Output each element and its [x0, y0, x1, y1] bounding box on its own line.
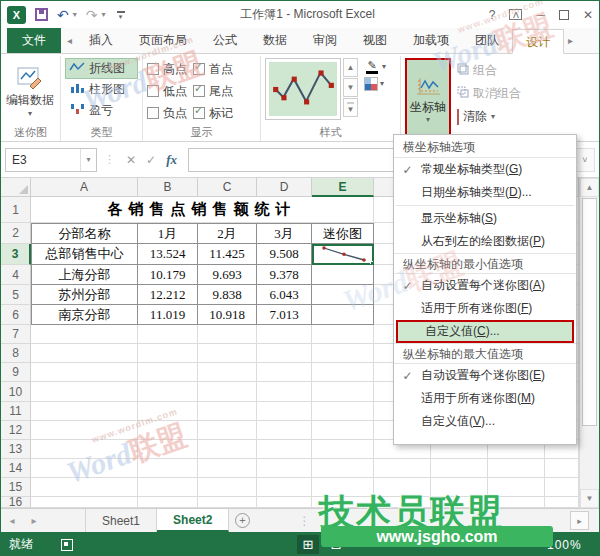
cell[interactable] — [257, 497, 312, 508]
cell[interactable] — [198, 440, 257, 459]
cell[interactable] — [138, 325, 198, 344]
ribbon-tab-7[interactable]: 视图 — [350, 28, 400, 53]
scrollbar-thumb[interactable] — [582, 198, 597, 426]
cell[interactable] — [138, 440, 198, 459]
cell[interactable] — [257, 478, 312, 497]
ribbon-tab-9[interactable]: 团队 — [462, 28, 512, 53]
hscroll-right-icon[interactable]: ▸ — [570, 511, 589, 530]
menu-item-0-2[interactable]: 显示坐标轴(S) — [394, 207, 576, 230]
scroll-down-icon[interactable]: ▼ — [580, 489, 599, 508]
cell[interactable] — [488, 497, 545, 508]
cell[interactable]: 1月 — [138, 223, 198, 244]
cell[interactable] — [198, 497, 257, 508]
menu-item-1-0[interactable]: ✓自动设置每个迷你图(A) — [394, 274, 576, 297]
cell[interactable]: 9.693 — [198, 265, 257, 285]
type-button-column[interactable]: 柱形图 — [65, 79, 138, 100]
cell[interactable] — [257, 382, 312, 402]
cell[interactable]: 12.212 — [138, 285, 198, 305]
cell[interactable] — [198, 421, 257, 440]
sheet-next-icon[interactable]: ▸ — [23, 509, 45, 532]
sheet-title-cell[interactable]: 各销售点销售额统计 — [31, 197, 374, 223]
sheet-prev-icon[interactable]: ◂ — [1, 509, 23, 532]
sparkline-color-button[interactable]: ✎ ▾ — [364, 60, 386, 74]
cell[interactable] — [312, 363, 374, 382]
cell[interactable] — [431, 478, 488, 497]
cell[interactable] — [138, 402, 198, 421]
expand-formula-bar-icon[interactable]: ˅ — [575, 148, 595, 172]
row-header-3[interactable]: 3 — [1, 244, 31, 265]
cell[interactable] — [545, 497, 579, 508]
customize-qat-icon[interactable]: ▾ — [115, 11, 127, 19]
cell[interactable]: 2月 — [198, 223, 257, 244]
cell[interactable] — [312, 344, 374, 363]
cell[interactable] — [312, 440, 374, 459]
row-header-13[interactable]: 13 — [1, 440, 31, 459]
axis-button[interactable]: 坐标轴 ▾ — [405, 58, 451, 140]
cell[interactable] — [31, 478, 138, 497]
cell[interactable] — [198, 459, 257, 478]
cell[interactable] — [138, 421, 198, 440]
cell[interactable]: 11.019 — [138, 305, 198, 325]
style-scroll-down-icon[interactable]: ▼ — [343, 78, 358, 97]
cell[interactable] — [138, 478, 198, 497]
name-box-dropdown-icon[interactable]: ▾ — [80, 149, 96, 171]
cell[interactable] — [257, 440, 312, 459]
cell[interactable] — [312, 478, 374, 497]
cell[interactable] — [374, 478, 431, 497]
close-icon[interactable]: ✕ — [583, 9, 593, 21]
row-header-10[interactable]: 10 — [1, 382, 31, 402]
enter-entry-icon[interactable]: ✓ — [146, 153, 156, 167]
cell[interactable] — [431, 459, 488, 478]
menu-item-0-3[interactable]: 从右到左的绘图数据(P) — [394, 230, 576, 253]
type-button-line[interactable]: 折线图 — [65, 58, 138, 79]
cell[interactable]: 9.378 — [257, 265, 312, 285]
cell[interactable]: 苏州分部 — [31, 285, 138, 305]
cell[interactable] — [545, 478, 579, 497]
menu-item-2-0[interactable]: ✓自动设置每个迷你图(E) — [394, 364, 576, 387]
cell[interactable] — [257, 363, 312, 382]
cell[interactable] — [312, 285, 374, 305]
cell[interactable] — [138, 382, 198, 402]
cancel-entry-icon[interactable]: ✕ — [126, 153, 136, 167]
vertical-scrollbar[interactable]: ▲ ▼ — [579, 178, 599, 508]
group-button[interactable]: 组合 — [457, 61, 521, 80]
ribbon-tab-4[interactable]: 公式 — [200, 28, 250, 53]
ribbon-tab-8[interactable]: 加载项 — [400, 28, 462, 53]
view-page-layout-button[interactable]: ⊡ — [325, 535, 347, 554]
show-checkbox-2[interactable]: 负点 — [147, 102, 187, 124]
cell[interactable] — [138, 363, 198, 382]
scrollbar-track[interactable] — [580, 427, 599, 489]
clear-button[interactable]: 清除▾ — [457, 107, 521, 126]
tab-scroll-right-icon[interactable]: ▸ — [564, 28, 577, 53]
select-all-corner[interactable] — [1, 178, 31, 197]
cell[interactable]: 9.508 — [257, 244, 312, 265]
row-header-16[interactable]: 16 — [1, 497, 31, 508]
cell[interactable] — [198, 363, 257, 382]
scroll-up-icon[interactable]: ▲ — [580, 178, 599, 197]
redo-dropdown-icon[interactable]: ▾ — [101, 10, 105, 19]
cell[interactable] — [312, 265, 374, 285]
column-header-D[interactable]: D — [257, 178, 312, 197]
cell[interactable]: 总部销售中心 — [31, 244, 138, 265]
cell[interactable]: 6.043 — [257, 285, 312, 305]
column-header-E[interactable]: E — [312, 178, 374, 197]
cell[interactable]: 13.524 — [138, 244, 198, 265]
row-header-6[interactable]: 6 — [1, 305, 31, 325]
fill-handle[interactable] — [370, 261, 374, 265]
show-checkbox-4[interactable]: ✓尾点 — [193, 80, 233, 102]
sparkline-style-preview[interactable] — [265, 58, 341, 120]
cell[interactable] — [312, 402, 374, 421]
cell[interactable] — [31, 459, 138, 478]
sparkline-cell-selected[interactable] — [312, 244, 374, 265]
cell[interactable] — [312, 459, 374, 478]
row-header-4[interactable]: 4 — [1, 265, 31, 285]
cell[interactable] — [31, 363, 138, 382]
cell[interactable]: 3月 — [257, 223, 312, 244]
insert-function-icon[interactable]: fx — [166, 152, 177, 168]
ribbon-display-options-icon[interactable]: ˄ — [509, 9, 522, 20]
cell[interactable] — [198, 325, 257, 344]
cell[interactable] — [257, 402, 312, 421]
ribbon-tab-6[interactable]: 审阅 — [300, 28, 350, 53]
row-header-11[interactable]: 11 — [1, 402, 31, 421]
row-header-7[interactable]: 7 — [1, 325, 31, 344]
